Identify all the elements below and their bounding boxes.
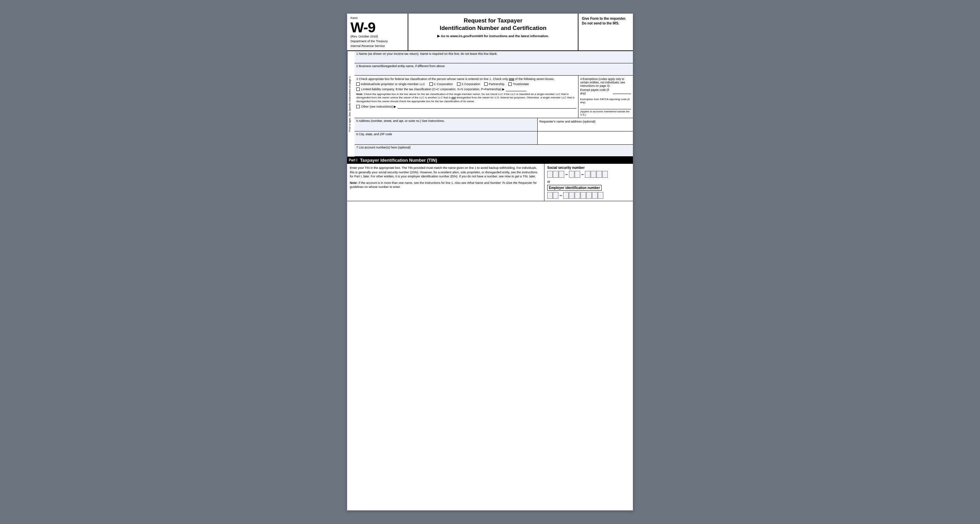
exemptions-header: 4 Exemptions (codes apply only to certai… <box>580 77 631 88</box>
ssn-label: Social security number <box>547 166 630 170</box>
llc-input[interactable] <box>506 87 527 91</box>
section3-wrapper: 3 Check appropriate box for federal tax … <box>355 76 633 118</box>
ein-label: Employer identification number <box>547 185 601 191</box>
fatca-label: Exemption from FATCA reporting code (if … <box>580 98 631 104</box>
city-right-filler <box>538 131 633 144</box>
part1-paragraph1: Enter your TIN in the appropriate box. T… <box>350 166 541 179</box>
field7-row: 7 List account number(s) here (optional) <box>355 145 633 157</box>
form-body: Print or type. See Specific Instructions… <box>347 51 633 157</box>
form-url: ▶ Go to www.irs.gov/FormW9 for instructi… <box>414 34 573 38</box>
requester-label: Requester's name and address (optional) <box>539 120 595 123</box>
header-right: Give Form to the requester. Do not send … <box>579 14 633 50</box>
section3-right: 4 Exemptions (codes apply only to certai… <box>579 76 633 118</box>
llc-row: Limited liability company. Enter the tax… <box>356 87 576 91</box>
w9-form: Form W-9 (Rev. October 2018) Department … <box>347 14 633 510</box>
form-rev: (Rev. October 2018) <box>350 35 404 38</box>
city-left: 6 City, state, and ZIP code <box>355 131 538 144</box>
form-header: Form W-9 (Rev. October 2018) Department … <box>347 14 633 51</box>
ssn-dash1: – <box>565 172 568 177</box>
part1-right: Social security number – – <box>544 164 633 201</box>
ssn-cell-3[interactable] <box>559 171 564 178</box>
part1-left: Enter your TIN in the appropriate box. T… <box>347 164 544 201</box>
applies-text: (Applies to accounts maintained outside … <box>580 110 631 116</box>
field2-input[interactable] <box>355 68 633 75</box>
field5-input[interactable] <box>355 124 537 131</box>
header-left: Form W-9 (Rev. October 2018) Department … <box>347 14 408 50</box>
requester-box: Requester's name and address (optional) <box>538 118 633 131</box>
form-number: W-9 <box>350 21 404 35</box>
form-title: Request for Taxpayer Identification Numb… <box>414 17 573 32</box>
ssn-cell-1[interactable] <box>547 171 553 178</box>
cb-other-box[interactable] <box>356 105 360 108</box>
form-dept1: Department of the Treasury <box>350 40 404 43</box>
cb-trust: Trust/estate <box>508 83 529 86</box>
field2-label: 2 Business name/disregarded entity name,… <box>355 63 633 68</box>
other-row: Other (see instructions) ▶ <box>356 105 576 108</box>
city-row: 6 City, state, and ZIP code <box>355 131 633 145</box>
address-left: 5 Address (number, street, and apt. or s… <box>355 118 538 131</box>
part1-title: Taxpayer Identification Number (TIN) <box>360 158 437 163</box>
ssn-cell-7[interactable] <box>591 171 596 178</box>
ein-cell-1[interactable] <box>547 192 553 199</box>
field6-label: 6 City, state, and ZIP code <box>355 131 537 137</box>
cb-s-corp-box[interactable] <box>457 83 460 86</box>
ssn-cell-5[interactable] <box>575 171 580 178</box>
field1-label: 1 Name (as shown on your income tax retu… <box>355 51 633 56</box>
exempt-payee-row: Exempt payee code (if any) <box>580 88 631 95</box>
ssn-segment1 <box>547 171 564 178</box>
form-fields: 1 Name (as shown on your income tax retu… <box>355 51 633 157</box>
ein-box-row: – <box>547 192 630 199</box>
fatca-input[interactable] <box>580 105 631 109</box>
cb-c-corp: C Corporation <box>430 83 453 86</box>
ssn-cell-8[interactable] <box>597 171 602 178</box>
address-section: 5 Address (number, street, and apt. or s… <box>355 118 633 131</box>
cb-s-corp: S Corporation <box>457 83 480 86</box>
or-text: or <box>547 180 630 183</box>
ein-cell-2[interactable] <box>553 192 558 199</box>
field7-label: 7 List account number(s) here (optional) <box>356 146 411 149</box>
field1-input[interactable] <box>355 56 633 63</box>
cb-partnership-box[interactable] <box>484 83 488 86</box>
ein-cell-8[interactable] <box>592 192 598 199</box>
cb-partnership: Partnership <box>484 83 504 86</box>
cb-llc-box[interactable] <box>356 88 360 91</box>
field1-row: 1 Name (as shown on your income tax retu… <box>355 51 633 63</box>
exempt-payee-input[interactable] <box>613 89 631 94</box>
ssn-dash2: – <box>581 172 584 177</box>
cb-individual-box[interactable] <box>356 83 360 86</box>
ein-segment1 <box>547 192 558 199</box>
ssn-cell-9[interactable] <box>602 171 608 178</box>
checkbox-row: Individual/sole proprietor or single-mem… <box>356 83 576 86</box>
part1-label: Part I <box>349 158 357 162</box>
ein-cell-7[interactable] <box>586 192 592 199</box>
field6-input[interactable] <box>355 137 537 144</box>
ssn-segment2 <box>569 171 580 178</box>
ein-cell-6[interactable] <box>581 192 586 199</box>
cb-c-corp-box[interactable] <box>430 83 433 86</box>
form-dept2: Internal Revenue Service <box>350 44 404 48</box>
part1-note: Note: If the account is in more than one… <box>350 181 541 189</box>
ein-cell-4[interactable] <box>569 192 574 199</box>
ssn-segment3 <box>585 171 608 178</box>
cb-trust-box[interactable] <box>508 83 512 86</box>
ssn-cell-2[interactable] <box>553 171 558 178</box>
ein-cell-3[interactable] <box>563 192 569 199</box>
ein-segment2 <box>563 192 603 199</box>
note-section3: Note: Check the appropriate box in the l… <box>356 92 576 103</box>
cb-individual: Individual/sole proprietor or single-mem… <box>356 83 425 86</box>
part1-body: Enter your TIN in the appropriate box. T… <box>347 164 633 201</box>
ein-cell-5[interactable] <box>575 192 580 199</box>
section3-header: 3 Check appropriate box for federal tax … <box>356 77 576 81</box>
other-input[interactable] <box>398 105 576 108</box>
field5-label: 5 Address (number, street, and apt. or s… <box>355 118 537 124</box>
ssn-box-row: – – <box>547 171 630 178</box>
header-center: Request for Taxpayer Identification Numb… <box>408 14 579 50</box>
ssn-cell-4[interactable] <box>569 171 574 178</box>
ein-cell-9[interactable] <box>598 192 603 199</box>
ssn-cell-6[interactable] <box>585 171 590 178</box>
exempt-payee-label: Exempt payee code (if any) <box>580 88 611 95</box>
ein-dash: – <box>559 193 562 198</box>
part1-header: Part I Taxpayer Identification Number (T… <box>347 157 633 164</box>
field2-row: 2 Business name/disregarded entity name,… <box>355 63 633 76</box>
side-label: Print or type. See Specific Instructions… <box>347 51 355 157</box>
